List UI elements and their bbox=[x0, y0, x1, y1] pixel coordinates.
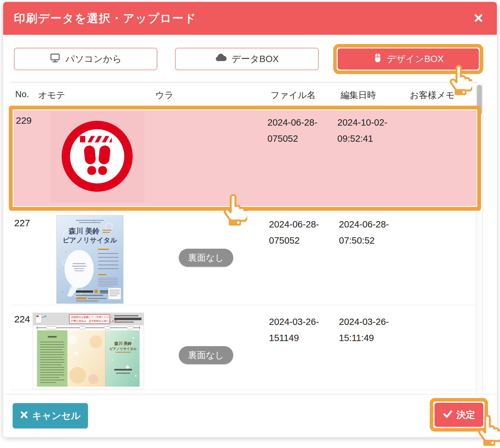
mouse-icon bbox=[373, 53, 382, 65]
program-template-thumbnail: 点線部分は裁断してご利用ください。 不要な場合は、必ず削除をお願いします。 bbox=[33, 313, 144, 389]
close-button[interactable] bbox=[471, 11, 486, 26]
row-number: 227 bbox=[14, 218, 30, 228]
footprints-icon bbox=[57, 116, 137, 197]
svg-text:森川 美鈴: 森川 美鈴 bbox=[114, 341, 132, 346]
svg-text:森川 美鈴: 森川 美鈴 bbox=[68, 227, 100, 235]
table-row-224[interactable]: 224 点線部分は裁断してご利用ください。 不要な場合は、必 bbox=[3, 306, 476, 390]
column-header-edited: 編集日時 bbox=[341, 89, 376, 101]
row-number: 224 bbox=[14, 314, 30, 325]
x-icon bbox=[20, 410, 28, 421]
cell-filename: 2024-06-28- 075052 bbox=[269, 216, 319, 249]
no-backside-badge: 裏面なし bbox=[179, 249, 233, 267]
confirm-button[interactable]: 決定 bbox=[434, 403, 483, 427]
row-number: 229 bbox=[16, 115, 32, 126]
cloud-icon bbox=[215, 53, 227, 65]
toolbar-divider bbox=[11, 82, 478, 83]
modal-footer: キャンセル bbox=[3, 394, 497, 437]
svg-text:不要な場合は、必ず削除をお願いします。: 不要な場合は、必ず削除をお願いします。 bbox=[71, 320, 120, 322]
column-header-back: ウラ bbox=[155, 89, 173, 101]
cell-edited-datetime: 2024-03-26- 15:11:49 bbox=[339, 314, 389, 346]
svg-text:ピアノリサイタル: ピアノリサイタル bbox=[63, 236, 117, 244]
cell-edited-datetime: 2024-06-28- 07:50:52 bbox=[339, 216, 389, 249]
recital-flyer-thumbnail: 森川 美鈴 ピアノリサイタル bbox=[56, 215, 123, 304]
svg-text:ピアノリサイタル: ピアノリサイタル bbox=[109, 347, 137, 351]
column-header-no: No. bbox=[15, 89, 29, 99]
check-icon bbox=[442, 408, 453, 421]
close-icon bbox=[473, 13, 484, 24]
row-divider bbox=[11, 305, 476, 305]
design-box-highlight-ring: デザインBOX bbox=[333, 44, 483, 74]
column-header-memo: お客様メモ bbox=[410, 89, 455, 101]
table-row-227[interactable]: 227 森川 美鈴 bbox=[3, 210, 476, 305]
confirm-highlight-ring: 決定 bbox=[430, 398, 488, 432]
cell-filename: 2024-03-26- 151149 bbox=[269, 314, 319, 346]
cell-edited-datetime: 2024-10-02- 09:52:41 bbox=[337, 115, 387, 147]
monitor-icon bbox=[49, 52, 61, 66]
cancel-label: キャンセル bbox=[32, 409, 81, 422]
upload-from-pc-label: パソコンから bbox=[65, 53, 122, 65]
table-row-selected-229[interactable]: 229 bbox=[9, 106, 481, 211]
design-box-button[interactable]: デザインBOX bbox=[338, 48, 479, 70]
row-divider bbox=[11, 390, 476, 390]
modal-title: 印刷データを選択・アップロード bbox=[14, 2, 197, 35]
column-header-front: オモテ bbox=[38, 89, 65, 101]
footprints-sticker-thumbnail bbox=[50, 111, 144, 202]
design-box-label: デザインBOX bbox=[387, 53, 444, 65]
cell-filename: 2024-06-28- 075052 bbox=[267, 115, 317, 147]
column-header-filename: ファイル名 bbox=[271, 89, 316, 101]
no-backside-badge: 裏面なし bbox=[179, 346, 233, 364]
data-box-label: データBOX bbox=[231, 53, 279, 65]
upload-from-pc-button[interactable]: パソコンから bbox=[14, 48, 157, 70]
confirm-label: 決定 bbox=[456, 408, 475, 421]
modal-header: 印刷データを選択・アップロード bbox=[3, 2, 497, 35]
cancel-button[interactable]: キャンセル bbox=[13, 403, 88, 428]
data-box-button[interactable]: データBOX bbox=[175, 48, 319, 70]
svg-text:点線部分は裁断してご利用ください。: 点線部分は裁断してご利用ください。 bbox=[71, 316, 115, 319]
upload-select-modal: 印刷データを選択・アップロード パソコンから データBOX デザインBOX No… bbox=[3, 2, 497, 437]
